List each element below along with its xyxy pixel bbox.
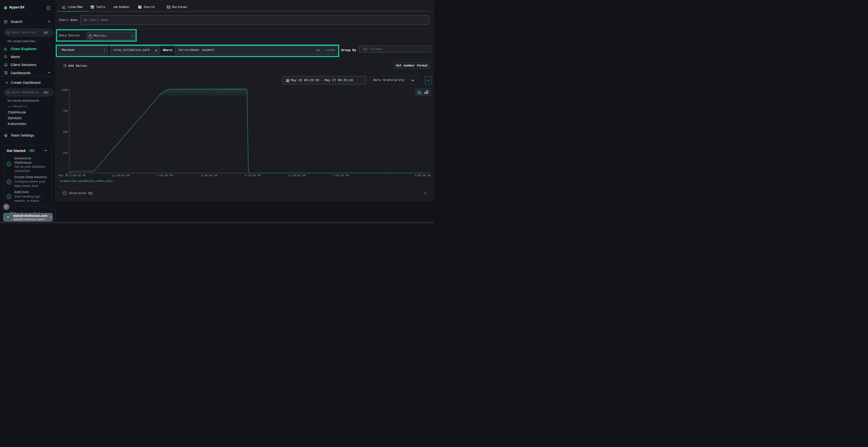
- svg-text:100K: 100K: [61, 89, 68, 92]
- svg-text:6:30:00 PM: 6:30:00 PM: [201, 174, 217, 177]
- svg-text:12:30:00 PM: 12:30:00 PM: [112, 174, 130, 177]
- svg-text:75K: 75K: [63, 110, 68, 112]
- svg-text:12:30:00 AM: 12:30:00 AM: [288, 174, 306, 177]
- svg-text:50K: 50K: [63, 131, 68, 133]
- svg-text:25K: 25K: [63, 151, 68, 154]
- svg-text:3:30:00 PM: 3:30:00 PM: [157, 174, 173, 177]
- svg-text:3:30:00 AM: 3:30:00 AM: [333, 174, 349, 177]
- svg-text:9:30:00 PM: 9:30:00 PM: [245, 174, 261, 177]
- svg-text:9:00:00 AM: 9:00:00 AM: [415, 174, 431, 177]
- svg-text:May 26 9:00:00 AM: May 26 9:00:00 AM: [59, 174, 86, 177]
